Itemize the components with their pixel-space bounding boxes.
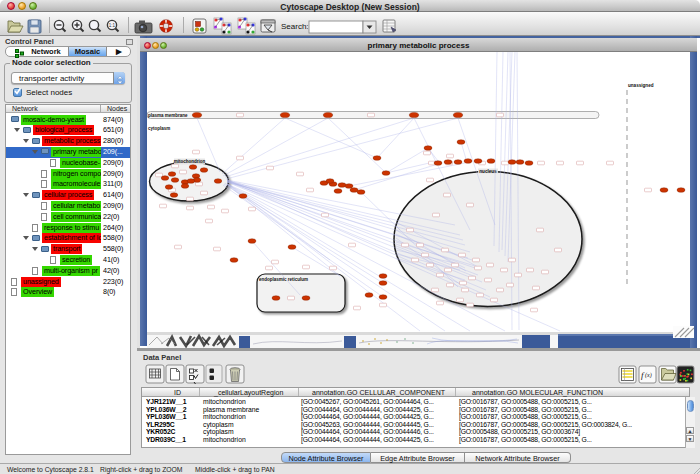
svg-text:plasma membrane: plasma membrane xyxy=(148,113,188,118)
svg-text:nucleus: nucleus xyxy=(479,169,497,174)
svg-text:mitochondrion: mitochondrion xyxy=(174,159,206,164)
svg-text:endoplasmic reticulum: endoplasmic reticulum xyxy=(259,277,308,282)
svg-text:(x): (x) xyxy=(645,372,652,379)
svg-text:1:1: 1:1 xyxy=(109,23,116,28)
svg-text:Search:: Search: xyxy=(281,22,309,31)
svg-text:cytoplasm: cytoplasm xyxy=(148,126,170,131)
svg-text:unassigned: unassigned xyxy=(628,83,654,88)
